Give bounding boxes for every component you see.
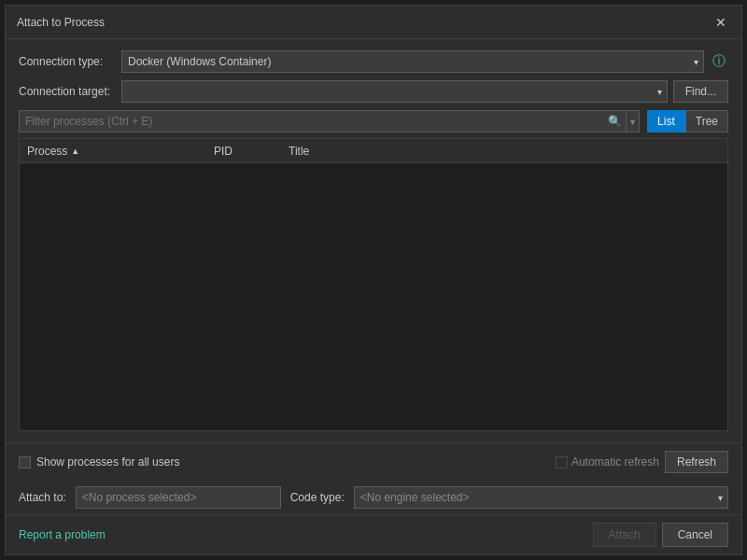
show-all-users-checkbox[interactable]: Show processes for all users [19, 455, 179, 469]
footer-row: Report a problem Attach Cancel [6, 514, 741, 554]
auto-refresh-label: Automatic refresh [571, 455, 659, 469]
auto-refresh-checkbox[interactable]: Automatic refresh [556, 455, 659, 469]
report-problem-link[interactable]: Report a problem [19, 528, 106, 541]
table-body [20, 163, 727, 430]
connection-type-select[interactable]: Docker (Windows Container) [121, 50, 704, 73]
code-type-select-wrapper: <No engine selected> Automatic Managed (… [354, 486, 728, 509]
list-view-button[interactable]: List [647, 110, 685, 133]
attach-row: Attach to: Code type: <No engine selecte… [6, 481, 741, 514]
table-header: Process ▲ PID Title [20, 139, 727, 163]
view-buttons: List Tree [647, 110, 728, 133]
show-all-users-label: Show processes for all users [36, 455, 179, 469]
connection-type-wrapper: Docker (Windows Container) [121, 50, 704, 73]
connection-type-row: Connection type: Docker (Windows Contain… [19, 50, 728, 73]
filter-dropdown-button[interactable]: ▾ [626, 111, 639, 132]
tree-view-button[interactable]: Tree [685, 110, 728, 133]
connection-target-label: Connection target: [19, 85, 121, 98]
right-controls: Automatic refresh Refresh [556, 451, 728, 473]
pid-column-header[interactable]: PID [206, 139, 281, 162]
attach-to-input[interactable] [76, 486, 281, 509]
sort-arrow: ▲ [71, 147, 79, 156]
title-column-header[interactable]: Title [281, 139, 727, 162]
connection-target-wrapper [121, 80, 668, 103]
search-icon: 🔍 [604, 115, 626, 128]
code-type-label: Code type: [290, 491, 345, 504]
connection-target-select[interactable] [121, 80, 668, 103]
process-column-header[interactable]: Process ▲ [20, 139, 206, 162]
code-type-select[interactable]: <No engine selected> Automatic Managed (… [354, 486, 728, 509]
connection-target-row: Connection target: Find... [19, 80, 728, 103]
refresh-button[interactable]: Refresh [665, 451, 728, 473]
cancel-button[interactable]: Cancel [662, 523, 728, 547]
process-table: Process ▲ PID Title [19, 138, 728, 431]
dialog-title: Attach to Process [17, 16, 105, 29]
filter-input[interactable] [20, 115, 604, 128]
bottom-bar: Show processes for all users Automatic r… [6, 442, 741, 481]
close-button[interactable]: ✕ [712, 13, 730, 32]
dialog-content: Connection type: Docker (Windows Contain… [6, 39, 741, 442]
attach-button[interactable]: Attach [593, 523, 656, 547]
auto-refresh-check[interactable] [556, 456, 568, 469]
info-icon[interactable]: ⓘ [710, 52, 728, 71]
filter-input-wrapper: 🔍 ▾ [19, 110, 640, 133]
connection-type-label: Connection type: [19, 55, 121, 68]
attach-to-process-dialog: Attach to Process ✕ Connection type: Doc… [5, 5, 742, 555]
title-bar: Attach to Process ✕ [6, 6, 741, 39]
filter-row: 🔍 ▾ List Tree [19, 110, 728, 133]
action-buttons: Attach Cancel [593, 523, 728, 547]
find-button[interactable]: Find... [673, 80, 728, 103]
attach-to-label: Attach to: [19, 491, 66, 504]
show-all-users-check[interactable] [19, 456, 31, 469]
